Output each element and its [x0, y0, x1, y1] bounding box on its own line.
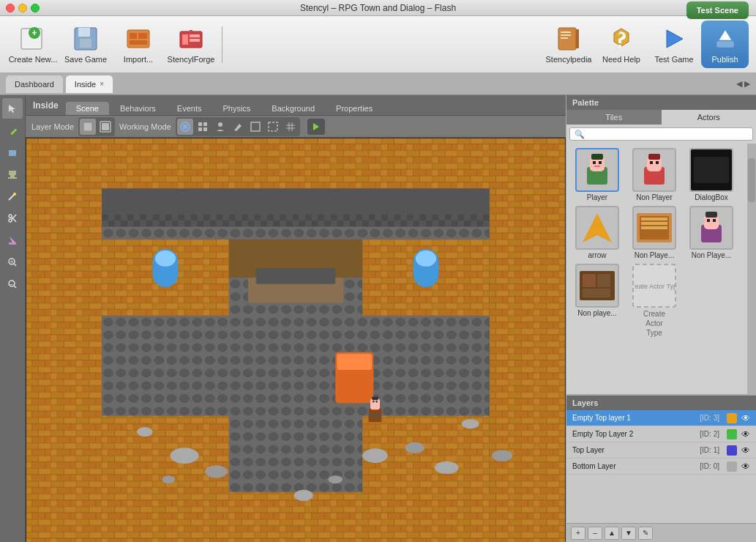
svg-rect-134 — [713, 219, 716, 222]
fill-tool[interactable] — [2, 230, 23, 250]
play-button[interactable] — [307, 119, 325, 135]
window-title: Stencyl – RPG Town and Dialog – Flash — [300, 3, 456, 13]
svg-rect-98 — [372, 397, 378, 400]
scissor-tool[interactable] — [2, 208, 23, 229]
palette-item-dialogbox[interactable]: DialogBox — [685, 148, 738, 201]
scene-tab-behaviors[interactable]: Behaviors — [110, 102, 166, 115]
stencylpedia-label: Stencylpedia — [546, 55, 592, 64]
test-game-button[interactable]: Test Game — [648, 21, 700, 68]
scene-tab-scene[interactable]: Scene — [66, 102, 109, 115]
import-button[interactable]: Import... — [113, 21, 164, 68]
svg-rect-22 — [716, 41, 733, 47]
palette-item-non-player-4[interactable]: Non playe... — [571, 264, 624, 338]
close-button[interactable] — [6, 4, 15, 12]
right-panel: Palette Tiles Actors — [566, 95, 756, 542]
layer-0-name: Bottom Layer — [572, 462, 695, 470]
svg-rect-16 — [576, 29, 579, 48]
test-game-label: Test Game — [654, 55, 693, 64]
layer-mode-label: Layer Mode — [31, 122, 74, 131]
palette-scrollbar[interactable] — [747, 144, 756, 394]
palette-item-non-player-3[interactable]: Non Playe... — [685, 206, 738, 259]
layer-add-button[interactable]: + — [571, 527, 585, 540]
import-icon — [125, 26, 151, 52]
svg-point-94 — [405, 442, 424, 453]
layer-2-color — [727, 429, 737, 439]
stencylforge-button[interactable]: StencylForge — [165, 21, 217, 68]
create-new-button[interactable]: + Create New... — [7, 21, 59, 68]
eraser-tool[interactable] — [2, 142, 23, 163]
palette-item-non-player-2[interactable]: Non Playe... — [628, 206, 681, 259]
publish-button[interactable]: Publish — [701, 21, 749, 68]
layer-3-eye[interactable]: 👁 — [741, 413, 750, 423]
palette-tab-actors[interactable]: Actors — [662, 110, 757, 125]
tab-prev-icon[interactable]: ◀ — [736, 79, 742, 89]
layer-item-0[interactable]: Bottom Layer [ID: 0] 👁 — [566, 459, 756, 475]
zoom-out-tool[interactable]: – — [2, 274, 23, 294]
palette-item-non-player-1[interactable]: Non Player — [628, 148, 681, 201]
palette-header: Palette — [566, 95, 756, 110]
stencylpedia-button[interactable]: Stencylpedia — [543, 21, 594, 68]
svg-rect-121 — [650, 161, 653, 164]
minimize-button[interactable] — [18, 4, 27, 12]
layer-down-button[interactable]: ▼ — [621, 527, 636, 540]
working-mode-pen[interactable] — [230, 119, 246, 135]
palette-search-input[interactable] — [569, 127, 753, 141]
palette-item-player[interactable]: Player — [571, 148, 624, 201]
wand-tool[interactable] — [2, 186, 23, 207]
svg-rect-129 — [641, 226, 667, 229]
layer-mode-all[interactable] — [97, 119, 113, 135]
stamp-tool[interactable] — [2, 164, 23, 185]
layer-item-3[interactable]: Empty Top layer 1 [ID: 3] 👁 — [566, 410, 756, 426]
tab-next-icon[interactable]: ▶ — [744, 79, 750, 89]
zoom-in-tool[interactable]: + — [2, 252, 23, 272]
layer-edit-button[interactable]: ✎ — [638, 527, 653, 540]
working-mode-grid[interactable] — [282, 119, 299, 135]
working-mode-box2[interactable] — [265, 119, 281, 135]
layer-item-2[interactable]: Empty Top Layer 2 [ID: 2] 👁 — [566, 426, 756, 442]
svg-rect-25 — [9, 150, 16, 156]
palette-item-arrow[interactable]: arrow — [571, 206, 624, 259]
working-mode-tiles[interactable] — [195, 119, 211, 135]
inside-tab[interactable]: Inside × — [66, 75, 113, 93]
layer-3-color — [727, 413, 737, 423]
layer-up-button[interactable]: ▲ — [605, 527, 619, 540]
layer-2-eye[interactable]: 👁 — [741, 429, 750, 439]
test-scene-button[interactable]: Test Scene — [686, 1, 749, 19]
layer-mode-single[interactable] — [80, 119, 96, 135]
svg-rect-5 — [80, 39, 91, 48]
inside-tab-close[interactable]: × — [100, 80, 104, 88]
scene-tab-properties[interactable]: Properties — [326, 102, 383, 115]
working-mode-actors[interactable] — [212, 119, 228, 135]
tab-navigation: ◀ ▶ — [736, 79, 750, 89]
svg-rect-44 — [102, 123, 109, 130]
layer-remove-button[interactable]: – — [588, 527, 602, 540]
scene-tab-background[interactable]: Background — [261, 102, 325, 115]
svg-rect-86 — [229, 316, 362, 492]
non-player-3-preview — [689, 206, 733, 250]
svg-rect-28 — [8, 177, 17, 179]
palette-tab-tiles[interactable]: Tiles — [566, 110, 662, 125]
working-mode-box[interactable] — [247, 119, 263, 135]
stencylforge-icon — [178, 26, 204, 52]
working-mode-scene[interactable] — [177, 119, 193, 135]
layer-0-eye[interactable]: 👁 — [741, 461, 750, 472]
save-game-button[interactable]: Save Game — [60, 21, 111, 68]
svg-rect-19 — [561, 37, 568, 39]
need-help-button[interactable]: Need Help — [596, 21, 647, 68]
scene-tab-physics[interactable]: Physics — [212, 102, 261, 115]
tabbar: Dashboard Inside × ◀ ▶ — [0, 73, 756, 95]
layer-3-id: [ID: 3] — [700, 414, 719, 422]
maximize-button[interactable] — [31, 4, 40, 12]
svg-text:–: – — [10, 281, 13, 286]
pencil-tool[interactable] — [2, 120, 23, 141]
dashboard-tab[interactable]: Dashboard — [6, 75, 63, 93]
layer-1-eye[interactable]: 👁 — [741, 445, 750, 456]
select-tool[interactable] — [2, 98, 23, 119]
dashboard-tab-label: Dashboard — [15, 80, 54, 89]
svg-point-107 — [294, 490, 313, 501]
scene-viewport[interactable] — [26, 138, 566, 542]
palette-item-create-actor[interactable]: Create Actor Type CreateActorType — [628, 264, 681, 338]
svg-rect-82 — [416, 250, 436, 267]
scene-tab-events[interactable]: Events — [167, 102, 212, 115]
layer-item-1[interactable]: Top Layer [ID: 1] 👁 — [566, 442, 756, 459]
